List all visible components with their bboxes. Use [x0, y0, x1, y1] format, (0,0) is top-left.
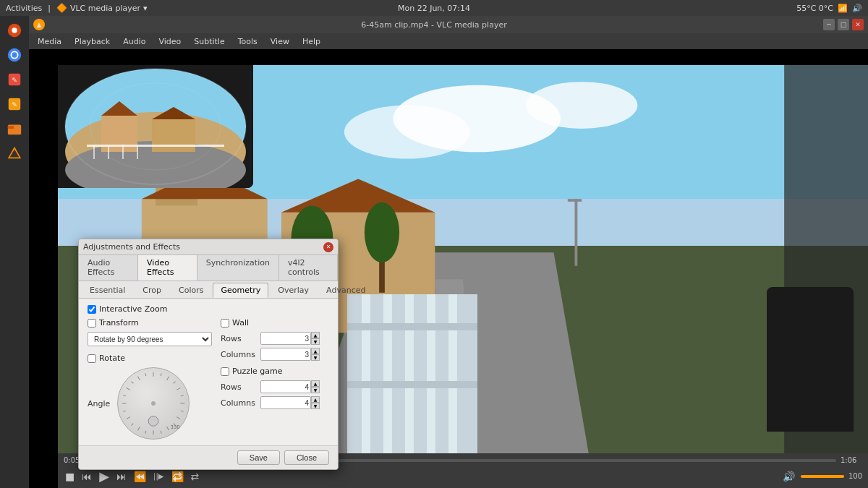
adjustments-dialog: Adjustments and Effects ✕ Audio Effects …: [78, 239, 339, 470]
next-button[interactable]: ⏭: [115, 469, 128, 484]
puzzle-columns-up[interactable]: ▲: [311, 396, 320, 403]
tab-advanced[interactable]: Advanced: [318, 283, 373, 298]
svg-point-81: [151, 401, 156, 406]
sidebar-item-chrome[interactable]: [3, 43, 26, 67]
sidebar-item-app2[interactable]: ✎: [3, 68, 26, 91]
dialog-tabs-row2: Essential Crop Colors Geometry Overlay A…: [79, 281, 338, 299]
svg-line-71: [181, 411, 184, 411]
dialog-tabs-row1: Audio Effects Video Effects Synchronizat…: [79, 255, 338, 281]
stop-button[interactable]: ■: [64, 469, 76, 484]
puzzle-rows-input[interactable]: 4: [260, 380, 311, 393]
vlc-minimize-button[interactable]: ─: [823, 19, 835, 30]
sidebar-item-files[interactable]: [3, 117, 26, 140]
wall-columns-up[interactable]: ▲: [311, 348, 320, 354]
wall-columns-input[interactable]: 3: [260, 348, 311, 361]
tab-geometry[interactable]: Geometry: [213, 283, 268, 298]
svg-text:✎: ✎: [12, 76, 17, 84]
puzzle-label: Puzzle game: [232, 367, 283, 376]
right-column: Wall Rows 3 ▲ ▼ Columns 3 ▲: [221, 318, 329, 440]
wall-rows-up[interactable]: ▲: [311, 332, 320, 338]
wall-columns-down[interactable]: ▼: [311, 354, 320, 361]
puzzle-rows-input-row: Rows 4 ▲ ▼: [221, 380, 329, 393]
sidebar-item-ubuntu[interactable]: [3, 19, 26, 42]
puzzle-checkbox[interactable]: [221, 367, 229, 376]
transform-dropdown[interactable]: Rotate by 90 degrees: [88, 332, 212, 346]
vlc-window-icon: ▲: [33, 19, 45, 30]
vlc-titlebar: ▲ 6-45am clip.mp4 - VLC media player ─ □…: [29, 16, 868, 33]
tab-crop[interactable]: Crop: [135, 283, 169, 298]
interactive-zoom-checkbox[interactable]: [88, 305, 96, 314]
tab-synchronization[interactable]: Synchronization: [197, 255, 279, 281]
volume-bar[interactable]: [801, 475, 844, 478]
volume-controls: 🔊 100: [781, 469, 862, 484]
prev-button[interactable]: ⏮: [80, 469, 93, 484]
wall-checkbox[interactable]: [221, 319, 229, 328]
dialog-content: Interactive Zoom Transform Rotate by 90 …: [79, 299, 338, 445]
rotate-row: Rotate: [88, 354, 212, 363]
svg-point-80: [148, 416, 158, 427]
svg-rect-49: [362, 294, 370, 453]
svg-line-58: [177, 388, 181, 390]
puzzle-columns-label: Columns: [221, 398, 260, 408]
two-column-layout: Transform Rotate by 90 degrees Rotate An…: [88, 318, 329, 440]
vlc-maximize-button[interactable]: □: [838, 19, 849, 30]
fence-element: [347, 294, 477, 453]
puzzle-columns-input[interactable]: 4: [260, 396, 311, 409]
svg-line-70: [181, 395, 184, 396]
menu-video[interactable]: Video: [153, 35, 187, 48]
rotate-section: Rotate Angle: [88, 354, 212, 440]
tab-v4l2-controls[interactable]: v4l2 controls: [279, 255, 338, 281]
svg-point-1: [12, 27, 17, 33]
svg-point-4: [12, 52, 17, 57]
puzzle-columns-down[interactable]: ▼: [311, 403, 320, 409]
svg-line-61: [167, 427, 169, 430]
rotate-checkbox[interactable]: [88, 354, 96, 363]
transform-label: Transform: [99, 318, 139, 328]
svg-line-60: [177, 417, 181, 419]
menu-subtitle[interactable]: Subtitle: [188, 35, 230, 48]
wall-columns-spinner: ▲ ▼: [311, 348, 320, 361]
frame-prev-button[interactable]: ⏪: [132, 469, 148, 484]
sidebar-item-app3[interactable]: ✎: [3, 93, 26, 116]
dial-background: 330: [117, 367, 190, 440]
puzzle-columns-spinner: ▲ ▼: [311, 396, 320, 409]
shuffle-button[interactable]: ⇄: [190, 469, 201, 484]
svg-rect-52: [427, 294, 435, 453]
puzzle-rows-label: Rows: [221, 382, 260, 392]
tab-essential[interactable]: Essential: [82, 283, 133, 298]
puzzle-rows-up[interactable]: ▲: [311, 380, 320, 387]
time-total: 1:06: [841, 456, 862, 464]
save-button[interactable]: Save: [237, 450, 280, 465]
rotate-dial[interactable]: 330: [117, 367, 190, 440]
loop-button[interactable]: 🔁: [170, 469, 185, 484]
dialog-close-button[interactable]: ✕: [323, 242, 333, 252]
tab-video-effects[interactable]: Video Effects: [138, 255, 197, 281]
wall-rows-input[interactable]: 3: [260, 332, 311, 345]
svg-rect-32: [568, 199, 582, 202]
menu-media[interactable]: Media: [32, 35, 67, 48]
close-button[interactable]: Close: [284, 450, 329, 465]
vlc-close-button[interactable]: ✕: [852, 19, 864, 30]
rotate-dial-container: Angle: [88, 367, 212, 440]
vlc-taskbar-indicator[interactable]: 🔶 VLC media player ▾: [56, 3, 148, 13]
activities-button[interactable]: Activities: [6, 4, 42, 13]
svg-rect-50: [383, 294, 392, 453]
frame-next-button[interactable]: ||▶: [152, 471, 165, 481]
wall-columns-label: Columns: [221, 350, 260, 359]
menu-audio[interactable]: Audio: [117, 35, 151, 48]
mute-button[interactable]: 🔊: [781, 469, 796, 484]
tab-overlay[interactable]: Overlay: [270, 283, 317, 298]
menu-playback[interactable]: Playback: [69, 35, 116, 48]
tab-audio-effects[interactable]: Audio Effects: [79, 255, 138, 281]
menu-tools[interactable]: Tools: [232, 35, 263, 48]
menu-help[interactable]: Help: [297, 35, 326, 48]
wall-columns-input-row: Columns 3 ▲ ▼: [221, 348, 329, 361]
sidebar-item-vlc[interactable]: [3, 142, 26, 165]
svg-point-17: [344, 106, 470, 159]
transform-checkbox[interactable]: [88, 319, 96, 328]
menu-view[interactable]: View: [265, 35, 295, 48]
tab-colors[interactable]: Colors: [171, 283, 211, 298]
puzzle-rows-down[interactable]: ▼: [311, 387, 320, 393]
svg-rect-31: [574, 199, 577, 266]
wall-rows-down[interactable]: ▼: [311, 338, 320, 345]
